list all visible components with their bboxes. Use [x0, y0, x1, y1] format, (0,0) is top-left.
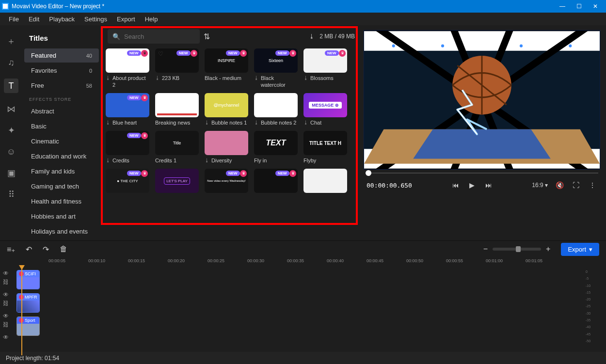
title-card[interactable]: @mychannel⭳Bubble notes 1	[205, 93, 248, 126]
category-holidays[interactable]: Holidays and events	[24, 224, 99, 238]
download-icon: ⭳	[155, 75, 160, 81]
category-hobbies[interactable]: Hobbies and art	[24, 209, 99, 223]
visibility-icon[interactable]: 👁	[3, 334, 9, 341]
zoom-control[interactable]: − +	[483, 245, 551, 253]
new-badge: NEW	[127, 50, 141, 56]
aspect-ratio-button[interactable]: 16:9 ▾	[532, 182, 548, 189]
add-track-icon[interactable]: ≡₊	[7, 245, 15, 254]
title-card[interactable]: SixteenNEW♛⭳Black watercolor	[254, 48, 298, 88]
timeline-clip[interactable]: Sport	[16, 317, 40, 336]
search-field[interactable]	[124, 33, 195, 40]
title-card[interactable]: ⭳Diversity	[205, 131, 248, 164]
more-tools-icon[interactable]: ⠿	[6, 189, 16, 200]
title-card[interactable]: New video every Wednesday!NEW♛	[205, 169, 248, 195]
visibility-icon[interactable]: 👁	[3, 291, 9, 298]
title-card[interactable]: INSPIRENEW♛Black - medium	[205, 48, 248, 88]
category-health[interactable]: Health and fitness	[24, 194, 99, 208]
title-card-label: 223 KB	[162, 75, 179, 81]
category-abstract[interactable]: Abstract	[24, 104, 99, 118]
menu-export[interactable]: Export	[117, 16, 135, 23]
scrub-bar[interactable]	[366, 171, 598, 175]
menu-help[interactable]: Help	[145, 16, 158, 23]
close-button[interactable]: ✕	[591, 3, 599, 10]
effects-icon[interactable]: ✦	[6, 125, 16, 136]
redo-button[interactable]: ↷	[43, 245, 49, 254]
sort-icon[interactable]: ⇅	[204, 32, 210, 41]
link-track-icon[interactable]: ⛓	[3, 321, 9, 328]
menu-bar: File Edit Playback Settings Export Help	[0, 13, 606, 25]
export-button[interactable]: Export▾	[561, 243, 599, 256]
zoom-in-icon[interactable]: +	[546, 245, 550, 253]
title-card[interactable]: NEW♛	[254, 169, 298, 195]
link-track-icon[interactable]: ⛓	[3, 279, 9, 285]
title-card[interactable]: TITLE TEXT HFlyby	[303, 131, 347, 164]
delete-button[interactable]: 🗑	[60, 245, 67, 253]
category-cinematic[interactable]: Cinematic	[24, 134, 99, 148]
title-card[interactable]: TitleCredits 1	[155, 131, 199, 164]
undo-button[interactable]: ↶	[26, 245, 32, 254]
title-card[interactable]: ● THE CITYNEW♛	[106, 169, 149, 195]
premium-badge: ♛	[191, 50, 197, 57]
prev-frame-button[interactable]: ⏮	[451, 181, 461, 189]
preview-panel: ?	[362, 25, 606, 240]
menu-settings[interactable]: Settings	[84, 16, 107, 23]
search-input[interactable]: 🔍	[108, 29, 200, 44]
mute-button[interactable]: 🔇	[555, 181, 564, 189]
record-icon[interactable]: ▣	[6, 168, 16, 178]
add-media-icon[interactable]: ＋	[6, 36, 16, 47]
title-card[interactable]: @mychannel⭳Bubble notes 2	[254, 93, 298, 126]
timeline-clip[interactable]: SCIFI	[16, 270, 40, 289]
title-card[interactable]: MESSAGE ⊜⭳Chat	[303, 93, 347, 126]
zoom-out-icon[interactable]: −	[483, 245, 488, 253]
visibility-icon[interactable]: 👁	[3, 270, 9, 277]
fullscreen-button[interactable]: ⛶	[571, 181, 581, 189]
minimize-button[interactable]: —	[558, 3, 566, 10]
category-favorites[interactable]: Favorites 0	[24, 63, 99, 78]
menu-file[interactable]: File	[9, 16, 19, 23]
premium-badge: ♛	[141, 95, 148, 101]
title-card-label: Bubble notes 2	[261, 119, 296, 126]
titles-icon[interactable]: T	[4, 79, 18, 93]
timeline-clip[interactable]: MPFR	[16, 293, 40, 313]
title-card[interactable]: ♡NEW♛⭳223 KB	[155, 48, 199, 88]
title-card[interactable]: Breaking news	[155, 93, 199, 126]
title-card[interactable]: NEW♛⭳Credits	[106, 131, 149, 164]
download-icon: ⭳	[303, 119, 308, 126]
ruler-tick: 00:00:25	[207, 258, 224, 263]
premium-badge: ♛	[339, 50, 346, 57]
title-card[interactable]: NEW♛⭳Blue heart	[106, 93, 149, 126]
visibility-icon[interactable]: 👁	[3, 313, 9, 319]
category-education[interactable]: Education and work	[24, 149, 99, 163]
menu-playback[interactable]: Playback	[49, 16, 75, 23]
title-card[interactable]: NEW♛⭳About product 2	[106, 48, 149, 88]
title-card[interactable]: NEW♛⭳Blossoms	[303, 48, 347, 88]
stickers-icon[interactable]: ☺	[6, 146, 16, 157]
audio-icon[interactable]: ♫	[6, 57, 16, 68]
category-free[interactable]: Free 58	[24, 79, 99, 93]
title-card-label: Blossoms	[310, 75, 334, 81]
menu-edit[interactable]: Edit	[29, 16, 39, 23]
preview-canvas[interactable]	[364, 30, 600, 170]
window-title: Movavi Video Editor – New project *	[12, 3, 104, 10]
title-card[interactable]: LET'S PLAY	[155, 169, 199, 195]
link-track-icon[interactable]: ⛓	[3, 300, 9, 307]
title-card[interactable]: TEXTFly in	[254, 131, 298, 164]
timeline-tracks[interactable]: 👁⛓ 👁⛓ 👁⛓ 👁 SCIFIMPFRSport 0-5-10-15-20-2…	[0, 268, 606, 346]
play-button[interactable]: ▶	[467, 181, 477, 189]
category-family[interactable]: Family and kids	[24, 164, 99, 178]
tool-column: ＋ ♫ T ⋈ ✦ ☺ ▣ ⠿	[0, 25, 22, 240]
status-bar: Project length: 01:54	[0, 352, 606, 364]
category-gaming[interactable]: Gaming and tech	[24, 179, 99, 193]
playhead[interactable]	[21, 268, 22, 355]
download-icon[interactable]: ⭳	[309, 33, 315, 40]
premium-badge: ♛	[141, 170, 148, 177]
title-card-label: Chat	[310, 119, 321, 126]
preview-menu-button[interactable]: ⋮	[588, 181, 597, 189]
timeline-ruler[interactable]: 00:00:0500:00:1000:00:1500:00:2000:00:25…	[0, 257, 606, 268]
next-frame-button[interactable]: ⏭	[484, 181, 494, 189]
category-basic[interactable]: Basic	[24, 119, 99, 133]
maximize-button[interactable]: ☐	[575, 3, 583, 10]
category-featured[interactable]: Featured 40	[24, 48, 99, 63]
title-card[interactable]	[303, 169, 347, 195]
transitions-icon[interactable]: ⋈	[6, 104, 16, 114]
